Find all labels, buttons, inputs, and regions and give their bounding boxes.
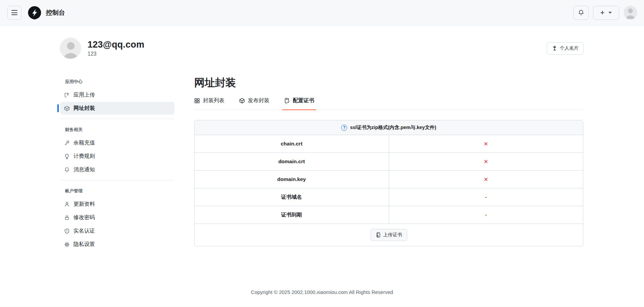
user-avatar-icon xyxy=(624,6,637,19)
plus-icon: + xyxy=(600,8,605,17)
table-row: domain.crt ✕ xyxy=(195,153,583,171)
cert-file-label: domain.key xyxy=(195,171,389,188)
package-icon xyxy=(239,98,245,104)
cert-file-label: chain.crt xyxy=(195,135,389,152)
table-row: 证书到期 - xyxy=(195,206,583,224)
bell-icon xyxy=(578,9,584,16)
file-check-icon xyxy=(284,98,290,104)
page-footer: Copyright © 2025 2002.1000.xiaomiou.com … xyxy=(0,289,644,295)
table-row: domain.key ✕ xyxy=(195,171,583,188)
certificate-notice-row: ? ssl证书为zip格式(内含.pem与.key文件) xyxy=(195,120,583,135)
question-circle-icon: ? xyxy=(341,125,347,131)
lightbulb-icon xyxy=(64,154,70,159)
sidebar-item-update-profile[interactable]: 更新资料 xyxy=(60,198,174,210)
profile-bar: 123@qq.com 123 个人名片 xyxy=(60,38,584,59)
sidebar-item-notifications[interactable]: 消息通知 xyxy=(60,163,174,176)
sidebar: 应用中心 应用上传 网址封装 财务相关 余额充值 xyxy=(57,76,177,251)
tab-label: 封装列表 xyxy=(203,97,224,104)
sidebar-item-change-password[interactable]: 修改密码 xyxy=(60,211,174,224)
caret-down-icon xyxy=(608,12,612,14)
status-missing-mark: ✕ xyxy=(484,176,488,183)
upload-certificate-button[interactable]: 上传证书 xyxy=(371,229,407,241)
bell-icon xyxy=(64,167,70,173)
tab-package-list[interactable]: 封装列表 xyxy=(194,97,224,110)
sidebar-section-title: 财务相关 xyxy=(57,124,177,136)
upload-icon xyxy=(64,92,70,98)
sidebar-divider xyxy=(60,119,174,119)
sidebar-item-privacy-settings[interactable]: 隐私设置 xyxy=(60,238,174,251)
sidebar-item-billing-rules[interactable]: 计费规则 xyxy=(60,150,174,163)
sidebar-divider xyxy=(60,180,174,180)
gear-icon xyxy=(64,242,70,247)
tab-configure-certificate[interactable]: 配置证书 xyxy=(284,97,314,110)
table-footer: 上传证书 xyxy=(195,224,583,246)
sidebar-section-title: 帐户管理 xyxy=(57,185,177,197)
certificate-notice: ssl证书为zip格式(内含.pem与.key文件) xyxy=(350,124,436,131)
sidebar-item-label: 修改密码 xyxy=(73,214,95,221)
key-icon xyxy=(64,140,70,146)
upload-certificate-label: 上传证书 xyxy=(383,232,402,238)
sidebar-item-label: 更新资料 xyxy=(73,201,95,208)
page-title: 网址封装 xyxy=(194,76,583,90)
sidebar-item-label: 实名认证 xyxy=(73,228,95,235)
table-row: chain.crt ✕ xyxy=(195,135,583,153)
app-title: 控制台 xyxy=(46,8,65,17)
app-logo[interactable]: 控制台 xyxy=(28,6,65,20)
status-empty-mark: - xyxy=(485,212,487,218)
profile-avatar xyxy=(60,38,81,59)
status-missing-mark: ✕ xyxy=(484,159,488,165)
sidebar-item-label: 隐私设置 xyxy=(73,241,95,248)
person-card-icon xyxy=(552,46,557,51)
profile-email: 123@qq.com xyxy=(88,40,144,50)
shield-icon xyxy=(64,228,70,234)
table-row: 证书域名 - xyxy=(195,188,583,206)
hamburger-menu-button[interactable] xyxy=(7,6,21,20)
tab-nav: 封装列表 发布封装 配置证书 xyxy=(194,97,583,110)
tab-label: 发布封装 xyxy=(248,97,269,104)
header-avatar[interactable] xyxy=(624,6,637,19)
sidebar-item-label: 网址封装 xyxy=(73,105,95,112)
status-missing-mark: ✕ xyxy=(484,141,488,147)
package-icon xyxy=(64,106,70,111)
tab-label: 配置证书 xyxy=(293,97,314,104)
lock-icon xyxy=(64,215,70,221)
user-avatar-icon xyxy=(60,38,81,59)
personal-card-button[interactable]: 个人名片 xyxy=(547,42,584,55)
cert-field-label: 证书域名 xyxy=(195,188,389,206)
hamburger-icon xyxy=(11,10,17,11)
grid-icon xyxy=(194,98,200,104)
tab-publish-package[interactable]: 发布封装 xyxy=(239,97,269,110)
sidebar-item-url-wrap[interactable]: 网址封装 xyxy=(60,102,174,115)
notifications-button[interactable] xyxy=(573,6,589,20)
sidebar-item-label: 消息通知 xyxy=(73,166,95,173)
sidebar-item-realname-verify[interactable]: 实名认证 xyxy=(60,225,174,237)
create-new-button[interactable]: + xyxy=(593,6,619,20)
sidebar-item-balance-recharge[interactable]: 余额充值 xyxy=(60,136,174,149)
sidebar-section-title: 应用中心 xyxy=(57,76,177,88)
sidebar-item-label: 余额充值 xyxy=(73,139,95,146)
cert-field-label: 证书到期 xyxy=(195,206,389,224)
main-content: 网址封装 封装列表 发布封装 xyxy=(194,76,583,246)
certificate-table: ? ssl证书为zip格式(内含.pem与.key文件) chain.crt ✕… xyxy=(194,120,583,246)
personal-card-label: 个人名片 xyxy=(560,45,579,51)
person-icon xyxy=(64,201,70,207)
sidebar-item-label: 计费规则 xyxy=(73,153,95,160)
profile-username: 123 xyxy=(88,51,144,57)
lightning-logo-icon xyxy=(28,6,42,20)
file-zip-icon xyxy=(376,232,381,238)
sidebar-item-label: 应用上传 xyxy=(73,91,95,99)
status-empty-mark: - xyxy=(485,194,487,200)
cert-file-label: domain.crt xyxy=(195,153,389,170)
sidebar-item-app-upload[interactable]: 应用上传 xyxy=(60,88,174,101)
app-header: 控制台 + xyxy=(0,0,644,25)
copyright-text: Copyright © 2025 2002.1000.xiaomiou.com … xyxy=(251,289,393,295)
